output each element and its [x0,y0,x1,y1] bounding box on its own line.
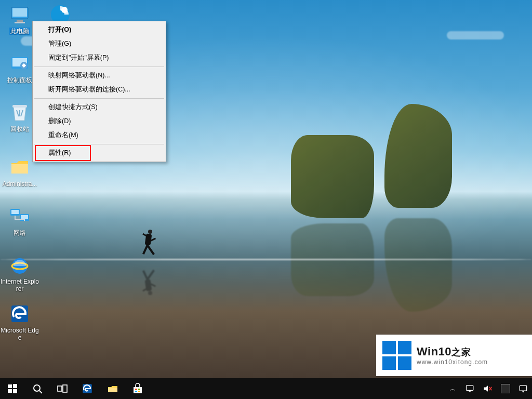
context-menu-item[interactable]: 管理(G) [34,37,165,51]
recycle-bin-icon [8,101,31,124]
tray-volume-muted-icon[interactable] [479,378,497,399]
taskbar-edge[interactable] [75,378,100,399]
context-menu-separator [34,98,164,99]
taskview-icon [57,383,68,394]
edge-icon [8,302,31,325]
context-menu-item[interactable]: 断开网络驱动器的连接(C)... [34,83,165,97]
windows-logo-icon [382,341,411,370]
control-panel-icon [8,52,31,75]
context-menu-item[interactable]: 重命名(M) [34,128,165,142]
context-menu-item[interactable]: 创建快捷方式(S) [34,100,165,114]
desktop-icon-label: 回收站 [10,125,29,132]
store-icon [131,383,143,394]
monitor-icon [465,383,475,394]
network-icon [8,205,31,228]
context-menu-item[interactable]: 映射网络驱动器(N)... [34,69,165,83]
context-menu-separator [34,144,164,144]
search-icon [32,383,43,394]
tray-network-icon[interactable] [461,378,479,399]
system-tray[interactable]: ︿ [444,378,532,399]
desktop-icon-label: Internet Explorer [0,278,39,292]
desktop-icon-label: 控制面板 [7,76,32,84]
wallpaper-rock [384,104,452,208]
notif-icon [518,383,528,394]
winlogo-icon [7,383,18,394]
desktop-icon-label: 网络 [14,229,26,236]
ie-icon [8,254,31,276]
ime-icon [501,384,510,393]
context-menu[interactable]: 打开(O)管理(G)固定到"开始"屏幕(P)映射网络驱动器(N)...断开网络驱… [32,21,166,162]
explorer-icon [107,383,118,394]
tray-action-center-icon[interactable] [514,378,532,399]
desktop-icon-ie[interactable]: Internet Explorer [0,254,39,292]
context-menu-item[interactable]: 固定到"开始"屏幕(P) [34,51,165,65]
desktop-icon-label: Administra... [3,180,37,188]
desktop-icon-label: 此电脑 [9,28,30,35]
wallpaper-runner-reflection [139,265,157,296]
desktop-icon-network[interactable]: 网络 [0,205,39,236]
watermark-url: www.win10xitong.com [417,358,488,366]
desktop-icon-edge[interactable]: Microsoft Edge [0,302,39,341]
wallpaper-rock-reflection [384,218,452,312]
vol-mute-icon [483,383,493,394]
this-pc-icon [8,3,31,26]
context-menu-item[interactable]: 打开(O) [34,23,165,37]
task-view-button[interactable] [50,378,75,399]
watermark-title-suffix: 之家 [451,347,471,357]
wallpaper-rock [291,135,374,218]
desktop[interactable]: 此电脑控制面板回收站Administra...网络Internet Explor… [0,0,532,399]
wallpaper-cloud [447,31,504,39]
taskbar-store[interactable] [125,378,150,399]
wallpaper-runner [139,229,157,260]
tray-show-hidden-icon[interactable]: ︿ [444,378,461,399]
context-menu-separator [34,66,164,67]
admin-folder-icon [8,156,31,179]
start-button[interactable] [0,378,25,399]
edge-icon [81,382,94,395]
wallpaper-shoreline [0,259,532,260]
taskbar-file-explorer[interactable] [100,378,125,399]
watermark-title: Win10 [417,345,451,358]
watermark-badge: Win10之家 www.win10xitong.com [376,335,532,376]
desktop-icon-label: Microsoft Edge [0,327,39,341]
tray-ime-icon[interactable] [497,378,514,399]
taskbar[interactable]: ︿ [0,378,532,399]
context-menu-item[interactable]: 删除(D) [34,114,165,128]
context-menu-item[interactable]: 属性(R) [34,146,165,160]
chevron-up-icon: ︿ [450,385,456,393]
search-button[interactable] [25,378,50,399]
